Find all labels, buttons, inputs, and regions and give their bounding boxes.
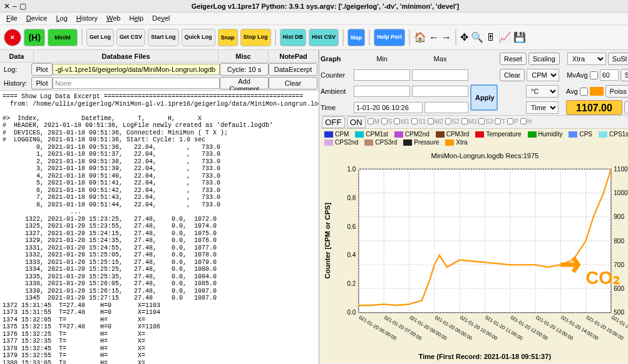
time-label: Time <box>321 104 352 111</box>
hdr-data: Data <box>0 50 34 62</box>
ambient-max[interactable] <box>412 86 468 97</box>
check-M[interactable] <box>368 118 374 124</box>
log-plot-button[interactable]: Plot <box>31 63 53 76</box>
check-H[interactable] <box>520 118 527 124</box>
fft-button[interactable]: FFT <box>624 101 628 114</box>
menu-web[interactable]: Web <box>103 14 124 23</box>
reset-button[interactable]: Reset <box>500 53 527 65</box>
time-combo[interactable]: Time <box>526 101 559 114</box>
map-button[interactable]: Map <box>347 29 365 46</box>
svg-text:0.6: 0.6 <box>347 223 356 230</box>
minim-button[interactable]: MiniM <box>48 29 78 46</box>
mvavg-label: MvAvg <box>567 71 587 79</box>
log-output[interactable]: ==== Show Log Data Excerpt =============… <box>0 90 319 364</box>
avg-color-swatch <box>590 87 604 96</box>
hdr-misc: Misc <box>219 50 269 62</box>
connect-button[interactable]: ⟨H⟩ <box>24 29 45 46</box>
check-S1[interactable] <box>411 118 418 124</box>
addcomment-button[interactable]: Add Comment <box>220 77 269 89</box>
check-S3[interactable] <box>478 118 485 124</box>
pan-icon[interactable]: ✥ <box>460 31 468 43</box>
toggle-row: OFF ON M S M1 S1 M2 S2 M3 S3 T P H X <box>321 115 628 129</box>
stats-button[interactable]: Stats <box>620 69 628 81</box>
poiss-button[interactable]: Poiss <box>605 85 628 98</box>
cycle-button[interactable]: Cycle: 10 s <box>220 63 269 76</box>
clear-graph-button[interactable]: Clear <box>500 69 525 81</box>
menu-device[interactable]: Device <box>23 14 51 23</box>
svg-text:500: 500 <box>614 309 624 316</box>
svg-text:0.0: 0.0 <box>347 309 356 316</box>
off-toggle[interactable]: OFF <box>322 116 345 128</box>
menu-help[interactable]: Help <box>125 14 147 23</box>
legend-CPM2nd: CPM2nd <box>394 131 430 138</box>
on-toggle[interactable]: ON <box>347 116 366 128</box>
zoom-icon[interactable]: 🔍 <box>471 31 483 43</box>
window-max-icon[interactable]: ▢ <box>19 2 26 11</box>
check-T[interactable] <box>495 118 501 124</box>
dataexcerpt-button[interactable]: DataExcerpt <box>269 63 317 76</box>
time-min[interactable] <box>354 102 423 113</box>
check-M1[interactable] <box>394 118 400 124</box>
configure-icon[interactable]: 🎚 <box>486 32 496 43</box>
svg-text:1100: 1100 <box>614 166 627 173</box>
ambient-min[interactable] <box>354 86 410 97</box>
legend-CPM: CPM <box>324 131 349 138</box>
histdb-button[interactable]: Hist DB <box>280 29 307 46</box>
apply-button[interactable]: Apply <box>470 84 498 111</box>
chart-area[interactable]: 500600700800900100011000.00.20.40.60.81.… <box>321 148 628 363</box>
quicklog-button[interactable]: Quick Log <box>182 29 215 46</box>
chart-legend: CPMCPM1stCPM2ndCPM3rdTemperatureHumidity… <box>321 129 628 148</box>
legend-CPM3rd: CPM3rd <box>436 131 470 138</box>
menu-log[interactable]: Log <box>52 14 71 23</box>
history-plot-button[interactable]: Plot <box>31 77 53 89</box>
home-icon[interactable]: 🏠 <box>414 31 426 43</box>
snap-button[interactable]: Snap <box>218 29 238 46</box>
scaling-button[interactable]: Scaling <box>528 53 560 65</box>
check-S2[interactable] <box>445 118 451 124</box>
legend-Humidity: Humidity <box>528 131 563 138</box>
window-min-icon[interactable]: – <box>13 2 17 11</box>
check-M2[interactable] <box>428 118 434 124</box>
menu-devel[interactable]: Devel <box>148 14 173 23</box>
sust-button[interactable]: SuSt <box>608 53 628 65</box>
degc-combo[interactable]: °C <box>526 85 559 98</box>
plot-icon[interactable]: 📈 <box>498 31 511 43</box>
power-button[interactable]: ✕ <box>4 29 21 46</box>
avg-check[interactable] <box>580 88 588 96</box>
xtra-combo[interactable]: Xtra <box>567 53 606 65</box>
big-value: 1107.00 <box>566 100 622 115</box>
check-P[interactable] <box>507 118 513 124</box>
save-icon[interactable]: 💾 <box>513 31 526 43</box>
counter-min[interactable] <box>354 69 410 81</box>
svg-text:0.2: 0.2 <box>347 280 356 287</box>
svg-text:Counter  [CPM or CPS]: Counter [CPM or CPS] <box>324 203 332 279</box>
svg-text:Time (First Record: 2021-01-18: Time (First Record: 2021-01-18 09:51:37) <box>419 353 552 360</box>
svg-text:0.4: 0.4 <box>347 251 356 258</box>
menu-history[interactable]: History <box>73 14 101 23</box>
mvavg-value[interactable] <box>600 69 619 81</box>
menu-file[interactable]: File <box>3 14 21 23</box>
check-S[interactable] <box>381 118 388 124</box>
histcsv-button[interactable]: Hist CSV <box>309 29 339 46</box>
helpport-button[interactable]: Help Port <box>374 29 405 46</box>
log-path-field[interactable] <box>53 64 220 75</box>
history-path-field[interactable] <box>53 78 220 89</box>
back-icon[interactable]: ← <box>429 32 439 43</box>
stoplog-button[interactable]: Stop Log <box>240 29 271 46</box>
cpm-combo[interactable]: CPM <box>527 69 559 81</box>
startlog-button[interactable]: Start Log <box>148 29 179 46</box>
counter-max[interactable] <box>412 69 468 81</box>
forward-icon[interactable]: → <box>441 32 451 43</box>
window-close-icon[interactable]: ✕ <box>4 2 10 11</box>
check-M3[interactable] <box>461 118 468 124</box>
svg-text:0.8: 0.8 <box>347 195 356 201</box>
clear-notepad-button[interactable]: Clear <box>269 77 317 89</box>
hdr-max: Max <box>412 55 468 63</box>
titlebar: ✕ – ▢ GeigerLog v1.1pre17 Python: 3.9.1 … <box>0 0 628 13</box>
legend-CPM1st: CPM1st <box>355 131 388 138</box>
mvavg-check[interactable] <box>590 71 598 79</box>
getlog-button[interactable]: Get Log <box>86 29 114 46</box>
hdr-notepad: NotePad <box>269 50 319 62</box>
getcsv-button[interactable]: Get CSV <box>116 29 145 46</box>
time-max[interactable] <box>425 102 468 113</box>
